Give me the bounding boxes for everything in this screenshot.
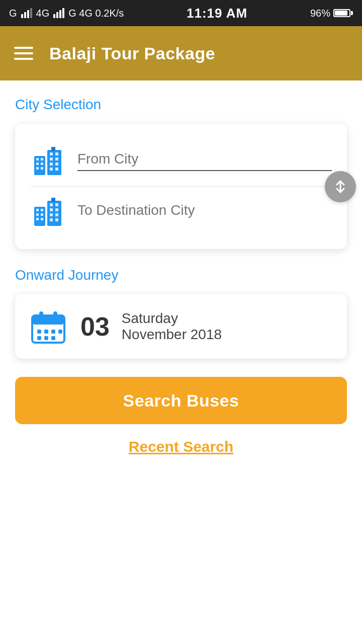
svg-rect-40 (55, 218, 58, 221)
svg-rect-30 (36, 218, 39, 220)
city-selection-card (15, 124, 347, 249)
svg-rect-27 (41, 209, 43, 211)
to-city-row (30, 189, 332, 235)
svg-rect-14 (41, 167, 43, 170)
svg-rect-50 (37, 336, 41, 340)
svg-rect-1 (24, 12, 26, 18)
date-number: 03 (80, 313, 110, 340)
navbar: Balaji Tour Package (0, 26, 362, 80)
svg-rect-37 (50, 213, 53, 216)
svg-rect-13 (36, 167, 39, 170)
svg-rect-17 (55, 152, 58, 155)
svg-rect-39 (50, 218, 53, 221)
battery-percent: 96% (310, 8, 330, 19)
date-day: Saturday (122, 310, 222, 327)
svg-rect-49 (58, 330, 62, 334)
svg-rect-48 (51, 330, 55, 334)
from-city-input[interactable] (77, 151, 332, 171)
svg-rect-31 (41, 218, 43, 220)
svg-rect-0 (21, 14, 23, 18)
svg-rect-12 (41, 163, 43, 165)
svg-rect-8 (34, 156, 45, 175)
svg-rect-19 (55, 157, 58, 160)
recent-search-button[interactable]: Recent Search (15, 438, 347, 455)
svg-rect-28 (36, 213, 39, 216)
svg-rect-46 (37, 330, 41, 334)
svg-rect-26 (36, 209, 39, 211)
svg-rect-4 (53, 14, 55, 18)
svg-rect-35 (50, 208, 53, 211)
status-left: G 4G G 4G 0.2K/s (9, 8, 124, 19)
svg-rect-34 (55, 203, 58, 206)
svg-rect-24 (51, 147, 55, 151)
svg-rect-2 (27, 10, 29, 18)
battery-icon (333, 9, 353, 17)
svg-rect-33 (50, 203, 53, 206)
network-type: 4G (36, 8, 50, 19)
svg-rect-47 (44, 330, 48, 334)
city-divider (30, 186, 332, 187)
signal-icon (21, 8, 32, 18)
onward-journey-card[interactable]: 03 Saturday November 2018 (15, 294, 347, 359)
svg-rect-44 (39, 311, 43, 319)
city-selection-label: City Selection (15, 97, 347, 113)
onward-journey-label: Onward Journey (15, 267, 347, 283)
svg-rect-36 (55, 208, 58, 211)
svg-rect-20 (50, 163, 53, 166)
speed-text: G 4G 0.2K/s (68, 8, 124, 19)
svg-rect-43 (32, 315, 64, 325)
svg-rect-10 (41, 158, 43, 160)
svg-rect-45 (53, 311, 57, 319)
from-city-row (30, 138, 332, 184)
date-info: 03 Saturday November 2018 (80, 310, 222, 343)
from-city-icon (30, 143, 66, 179)
svg-rect-52 (51, 336, 55, 340)
svg-rect-5 (56, 12, 58, 18)
search-buses-button[interactable]: Search Buses (15, 377, 347, 424)
svg-rect-7 (62, 8, 64, 18)
svg-rect-41 (51, 198, 55, 202)
status-right: 96% (310, 8, 353, 19)
signal-text: G (9, 8, 17, 19)
svg-rect-21 (55, 163, 58, 166)
svg-rect-9 (36, 158, 39, 160)
svg-rect-15 (47, 150, 61, 175)
svg-rect-3 (30, 8, 32, 18)
main-content: City Selection (0, 80, 362, 470)
status-time: 11:19 AM (187, 6, 247, 21)
svg-rect-29 (41, 213, 43, 216)
date-month-year: November 2018 (122, 327, 222, 343)
to-city-input[interactable] (77, 202, 332, 221)
svg-rect-32 (47, 201, 61, 226)
hamburger-menu-button[interactable] (14, 47, 33, 60)
app-title: Balaji Tour Package (49, 44, 215, 63)
svg-rect-38 (55, 213, 58, 216)
date-text: Saturday November 2018 (122, 310, 222, 343)
status-bar: G 4G G 4G 0.2K/s 11:19 AM 96% (0, 0, 362, 26)
svg-rect-18 (50, 157, 53, 160)
svg-rect-22 (50, 168, 53, 171)
calendar-icon (30, 308, 66, 345)
to-city-icon (30, 194, 66, 230)
svg-rect-51 (44, 336, 48, 340)
svg-rect-23 (55, 168, 58, 171)
svg-rect-11 (36, 163, 39, 165)
svg-rect-6 (59, 10, 61, 18)
svg-rect-16 (50, 152, 53, 155)
swap-cities-button[interactable] (325, 171, 356, 202)
signal-icon-2 (53, 8, 64, 18)
svg-rect-25 (34, 207, 45, 226)
